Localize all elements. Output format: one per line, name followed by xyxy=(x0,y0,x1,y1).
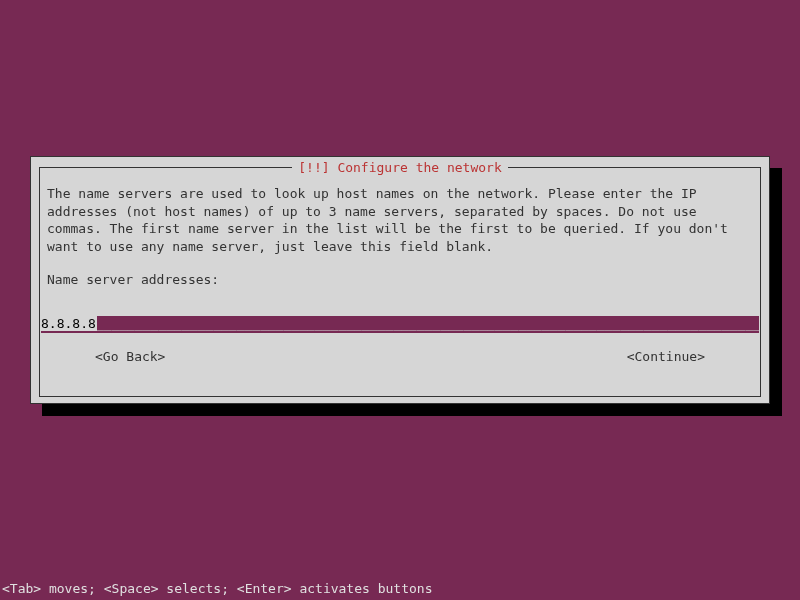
nameserver-prompt: Name server addresses: xyxy=(47,271,753,289)
network-config-dialog: [!!] Configure the network The name serv… xyxy=(30,156,770,404)
dialog-description: The name servers are used to look up hos… xyxy=(47,185,753,255)
nameserver-input-value: 8.8.8.8 xyxy=(41,316,97,331)
go-back-button[interactable]: <Go Back> xyxy=(95,349,165,364)
nameserver-input[interactable]: ________________________________________… xyxy=(41,316,759,333)
input-fill: ________________________________________… xyxy=(41,316,759,333)
dialog-title: [!!] Configure the network xyxy=(292,160,508,175)
continue-button[interactable]: <Continue> xyxy=(627,349,705,364)
keyboard-hints: <Tab> moves; <Space> selects; <Enter> ac… xyxy=(2,581,432,596)
